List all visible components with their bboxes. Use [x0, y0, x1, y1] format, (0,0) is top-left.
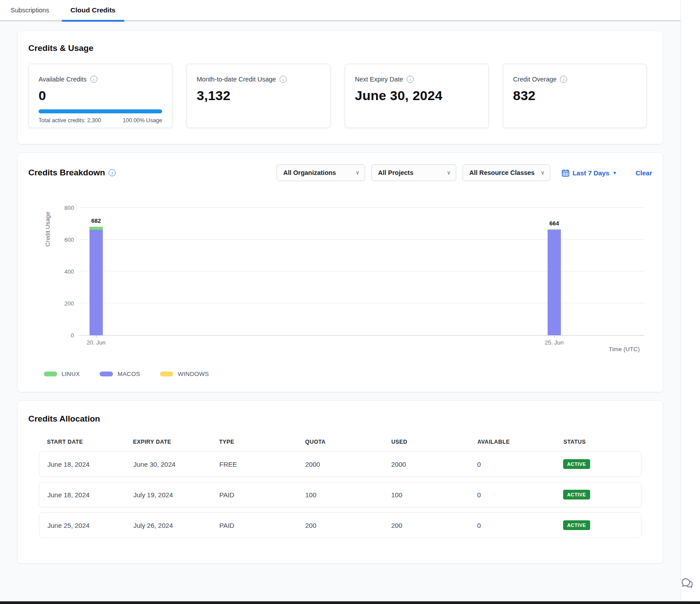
chart-ytick-label: 200	[64, 300, 74, 307]
credits-breakdown-section: Credits Breakdown i All Organizations ∨ …	[18, 153, 663, 392]
info-icon[interactable]: i	[109, 169, 116, 176]
cell-type: FREE	[211, 461, 297, 468]
chart-bar-20-jun[interactable]: 682	[89, 227, 103, 336]
credits-breakdown-title: Credits Breakdown	[28, 168, 105, 178]
bar-value-label: 664	[549, 220, 559, 227]
chart-plot-area: 020040060080068220. Jun66425. Jun	[79, 208, 644, 335]
support-chat-button[interactable]	[680, 576, 695, 591]
cell-expiry-date: June 30, 2024	[125, 461, 211, 468]
cell-quota: 200	[297, 522, 383, 529]
credits-usage-section: Credits & Usage Available Credits i 0 To…	[18, 31, 663, 144]
chart-ytick-label: 600	[64, 236, 74, 243]
chat-bubbles-icon	[680, 576, 695, 591]
info-icon[interactable]: i	[280, 76, 287, 83]
cell-used: 100	[383, 491, 469, 499]
chart-xtick-label: 25. Jun	[545, 339, 564, 346]
status-badge: ACTIVE	[563, 459, 590, 469]
bar-segment-macos	[89, 230, 103, 335]
date-range-value: Last 7 Days	[572, 169, 609, 177]
cell-used: 2000	[383, 461, 469, 468]
mtd-usage-label: Month-to-date Credit Usage	[197, 76, 276, 83]
chevron-down-icon: ∨	[541, 170, 544, 176]
table-row[interactable]: June 18, 2024June 30, 2024FREE200020000A…	[39, 451, 642, 477]
column-header-expiry-date: EXPIRY DATE	[125, 439, 211, 445]
credit-usage-chart: Credit Usage 020040060080068220. Jun6642…	[28, 198, 652, 375]
chart-ytick-label: 400	[64, 268, 74, 275]
legend-item-macos[interactable]: MACOS	[100, 371, 140, 377]
column-header-start-date: START DATE	[39, 439, 125, 445]
chart-gridline	[79, 207, 644, 208]
info-icon[interactable]: i	[560, 76, 567, 83]
legend-item-linux[interactable]: LINUX	[44, 371, 80, 377]
date-range-picker[interactable]: Last 7 Days ▼	[562, 169, 617, 177]
chart-y-axis-label: Credit Usage	[44, 212, 51, 247]
cell-quota: 100	[297, 491, 383, 499]
chart-legend: LINUXMACOSWINDOWS	[44, 371, 209, 377]
chart-x-axis-line	[79, 335, 644, 336]
mtd-usage-value: 3,132	[197, 88, 320, 103]
available-credits-card: Available Credits i 0 Total active credi…	[28, 64, 172, 128]
legend-swatch	[100, 372, 113, 376]
clear-filters-link[interactable]: Clear	[635, 169, 652, 177]
legend-label: LINUX	[62, 371, 80, 377]
cell-start-date: June 18, 2024	[39, 491, 125, 499]
chevron-down-icon: ∨	[447, 170, 451, 176]
bar-segment-linux	[89, 227, 103, 230]
credits-progress-bar	[39, 109, 162, 113]
chart-ytick-label: 800	[64, 205, 74, 211]
legend-label: MACOS	[117, 371, 140, 377]
usage-percent-text: 100.00% Usage	[123, 117, 162, 124]
credits-allocation-table: START DATEEXPIRY DATETYPEQUOTAUSEDAVAILA…	[39, 439, 642, 538]
legend-swatch	[44, 372, 57, 376]
chevron-down-icon: ∨	[355, 170, 359, 176]
calendar-icon	[562, 169, 569, 177]
projects-dropdown-value: All Projects	[378, 169, 413, 176]
cell-start-date: June 18, 2024	[39, 461, 125, 468]
cell-expiry-date: July 26, 2024	[125, 522, 211, 529]
credit-overage-card: Credit Overage i 832	[503, 64, 647, 128]
table-row[interactable]: June 18, 2024July 19, 2024PAID1001000ACT…	[39, 482, 642, 507]
cell-available: 0	[469, 491, 555, 499]
legend-label: WINDOWS	[178, 371, 209, 377]
info-icon[interactable]: i	[90, 76, 97, 83]
cell-available: 0	[469, 461, 555, 468]
tab-cloud-credits[interactable]: Cloud Credits	[60, 0, 126, 21]
next-expiry-card: Next Expiry Date i June 30, 2024	[345, 64, 489, 128]
chart-x-axis-label: Time (UTC)	[609, 346, 640, 352]
credits-progress-fill	[39, 109, 162, 113]
total-active-credits-text: Total active credits: 2,300	[39, 117, 101, 124]
resource-classes-dropdown[interactable]: All Resource Classes ∨	[463, 164, 550, 181]
table-header-row: START DATEEXPIRY DATETYPEQUOTAUSEDAVAILA…	[39, 439, 642, 451]
cell-available: 0	[469, 522, 555, 529]
next-expiry-label: Next Expiry Date	[355, 76, 403, 83]
legend-swatch	[160, 372, 173, 376]
chart-ytick-label: 0	[71, 332, 74, 339]
legend-item-windows[interactable]: WINDOWS	[160, 371, 209, 377]
cell-type: PAID	[211, 522, 297, 529]
main-content-area: Subscriptions Cloud Credits Credits & Us…	[0, 0, 681, 601]
credit-overage-label: Credit Overage	[513, 76, 556, 83]
credits-usage-title: Credits & Usage	[28, 43, 652, 53]
mtd-usage-card: Month-to-date Credit Usage i 3,132	[187, 64, 331, 128]
bar-segment-macos	[548, 230, 561, 335]
stat-card-row: Available Credits i 0 Total active credi…	[28, 64, 652, 128]
projects-dropdown[interactable]: All Projects ∨	[371, 164, 456, 181]
table-row[interactable]: June 25, 2024July 26, 2024PAID2002000ACT…	[39, 512, 642, 538]
credits-allocation-title: Credits Allocation	[28, 414, 652, 424]
credits-allocation-section: Credits Allocation START DATEEXPIRY DATE…	[18, 401, 663, 563]
cell-type: PAID	[211, 491, 297, 499]
tab-subscriptions[interactable]: Subscriptions	[0, 0, 60, 21]
available-credits-value: 0	[39, 88, 162, 103]
cell-expiry-date: July 19, 2024	[125, 491, 211, 499]
column-header-quota: QUOTA	[297, 439, 383, 445]
cell-quota: 2000	[297, 461, 383, 468]
column-header-status: STATUS	[556, 439, 642, 445]
info-icon[interactable]: i	[407, 76, 414, 83]
available-credits-label: Available Credits	[39, 76, 87, 83]
organizations-dropdown[interactable]: All Organizations ∨	[276, 164, 365, 181]
cell-used: 200	[383, 522, 469, 529]
column-header-type: TYPE	[211, 439, 297, 445]
chart-xtick-mark	[554, 335, 555, 338]
chart-bar-25-jun[interactable]: 664	[548, 229, 561, 335]
caret-down-icon: ▼	[613, 170, 617, 175]
